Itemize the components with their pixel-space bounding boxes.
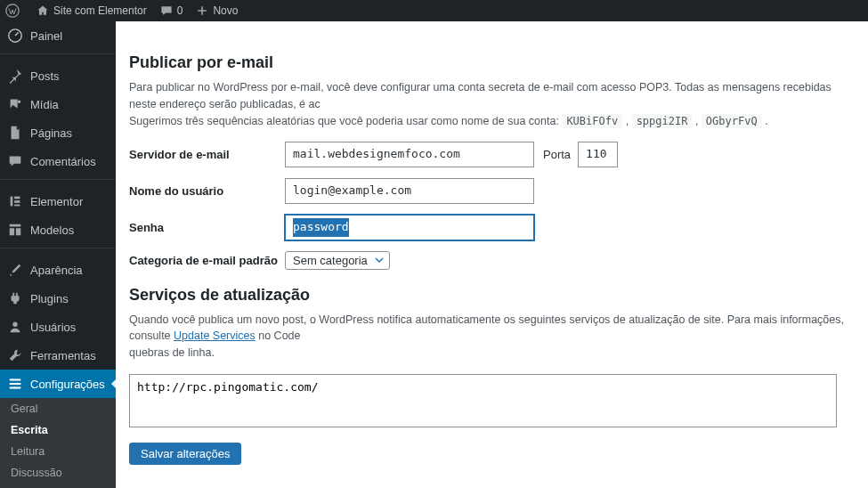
plugin-icon [7, 290, 23, 306]
dashboard-icon [7, 28, 23, 44]
sidebar-item-label: Ferramentas [30, 349, 96, 362]
comment-icon [7, 153, 23, 169]
sidebar-item-posts[interactable]: Posts [0, 61, 116, 90]
sidebar-item-label: Aparência [30, 264, 83, 277]
admin-bar: Site com Elementor 0 Novo [0, 0, 868, 21]
sidebar-item-label: Modelos [30, 224, 74, 237]
menu-separator [0, 248, 116, 252]
comment-icon [159, 4, 174, 18]
update-services-link[interactable]: Update Services [174, 329, 256, 342]
sidebar-item-comentarios[interactable]: Comentários [0, 147, 116, 175]
sidebar-item-ferramentas[interactable]: Ferramentas [0, 341, 116, 370]
default-category-label: Categoria de e-mail padrão [129, 254, 285, 267]
row-default-category: Categoria de e-mail padrão Sem categoria [129, 251, 868, 270]
row-username: Nome do usuário [129, 178, 868, 204]
svg-point-7 [12, 378, 14, 381]
main-content: Publicar por e-mail Para publicar no Wor… [116, 21, 868, 488]
update-section-desc: Quando você publica um novo post, o Word… [129, 312, 859, 362]
sidebar-item-label: Mídia [30, 98, 59, 111]
default-category-select[interactable]: Sem categoria [285, 251, 390, 270]
random-code-2: sppgi2IR [632, 114, 693, 128]
sidebar-item-label: Elementor [30, 195, 83, 208]
elementor-icon [7, 193, 23, 209]
settings-submenu: Geral Escrita Leitura Discussão Mídia Li… [0, 398, 116, 488]
sidebar-item-label: Painel [30, 29, 62, 43]
site-name-text: Site com Elementor [53, 4, 147, 17]
sidebar-item-painel[interactable]: Painel [0, 21, 116, 50]
wrench-icon [7, 347, 23, 363]
pin-icon [7, 68, 23, 84]
page-icon [7, 125, 23, 141]
wordpress-icon [5, 4, 20, 18]
sidebar-item-label: Posts [30, 69, 60, 83]
wp-logo[interactable] [5, 4, 23, 18]
plus-icon [195, 4, 209, 18]
submenu-item-leitura[interactable]: Leitura [0, 441, 116, 462]
menu-separator [0, 53, 116, 58]
admin-sidebar: Painel Posts Mídia Páginas Comentários E… [0, 21, 116, 488]
mail-server-label: Servidor de e-mail [129, 148, 285, 161]
user-icon [7, 319, 23, 335]
settings-sliders-icon [7, 376, 23, 392]
site-name-link[interactable]: Site com Elementor [36, 4, 147, 18]
port-input[interactable] [578, 142, 618, 167]
home-icon [36, 4, 50, 18]
svg-rect-3 [14, 197, 20, 199]
svg-rect-4 [14, 200, 20, 203]
row-mail-server: Servidor de e-mail Porta [129, 142, 868, 167]
update-desc-post: no Code [258, 329, 300, 342]
svg-rect-2 [11, 197, 13, 207]
submenu-item-escrita[interactable]: Escrita [0, 419, 116, 441]
username-input[interactable] [285, 178, 534, 204]
sidebar-item-aparencia[interactable]: Aparência [0, 256, 116, 284]
update-section-title: Serviços de atualização [129, 286, 868, 305]
save-button[interactable]: Salvar alterações [129, 443, 241, 465]
sidebar-item-paginas[interactable]: Páginas [0, 118, 116, 147]
sidebar-item-modelos[interactable]: Modelos [0, 216, 116, 244]
random-code-1: KUBiFOfv [562, 114, 622, 128]
menu-separator [0, 179, 116, 183]
random-code-3: OGbyrFvQ [702, 114, 762, 128]
media-icon [7, 96, 23, 112]
svg-point-6 [12, 322, 17, 327]
sidebar-item-label: Configurações [30, 378, 105, 391]
sidebar-item-elementor[interactable]: Elementor [0, 187, 116, 216]
password-input[interactable] [285, 215, 534, 240]
sidebar-item-label: Plugins [30, 292, 69, 305]
email-section-desc: Para publicar no WordPress por e-mail, v… [129, 79, 859, 129]
sidebar-item-label: Páginas [30, 126, 72, 140]
password-label: Senha [129, 221, 285, 234]
svg-point-8 [16, 383, 19, 386]
brush-icon [7, 262, 23, 278]
ping-services-textarea[interactable]: http://rpc.pingomatic.com/ [129, 374, 837, 427]
sidebar-item-usuarios[interactable]: Usuários [0, 313, 116, 341]
submenu-item-geral[interactable]: Geral [0, 398, 116, 419]
new-label: Novo [213, 4, 238, 17]
comments-link[interactable]: 0 [159, 4, 183, 18]
username-label: Nome do usuário [129, 184, 285, 198]
new-content-link[interactable]: Novo [195, 4, 238, 18]
comments-count: 0 [177, 4, 183, 17]
sidebar-item-plugins[interactable]: Plugins [0, 284, 116, 313]
email-desc-line2: Sugerimos três sequências aleatórias que… [129, 115, 562, 127]
sidebar-item-configuracoes[interactable]: Configurações [0, 370, 116, 398]
row-password: Senha [129, 215, 868, 240]
mail-server-input[interactable] [285, 142, 534, 167]
svg-rect-5 [14, 205, 20, 207]
sidebar-item-label: Usuários [30, 321, 76, 334]
update-desc-line2: quebras de linha. [129, 346, 215, 359]
submenu-item-discussao[interactable]: Discussão [0, 462, 116, 484]
porta-label: Porta [543, 148, 571, 161]
submenu-item-midia[interactable]: Mídia [0, 484, 116, 488]
email-desc-line1: Para publicar no WordPress por e-mail, v… [129, 81, 831, 110]
sidebar-item-midia[interactable]: Mídia [0, 90, 116, 118]
sidebar-item-label: Comentários [30, 155, 96, 168]
email-section-title: Publicar por e-mail [129, 53, 868, 72]
svg-point-9 [13, 386, 16, 389]
template-icon [7, 222, 23, 238]
